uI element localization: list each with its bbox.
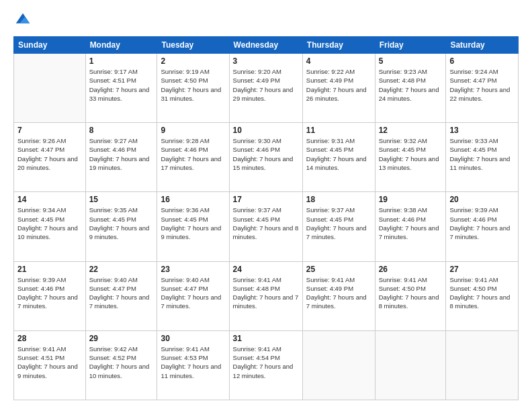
calendar-cell: 13Sunrise: 9:33 AMSunset: 4:45 PMDayligh… [446, 123, 519, 192]
calendar-cell: 26Sunrise: 9:41 AMSunset: 4:50 PMDayligh… [375, 261, 446, 330]
cell-date: 18 [306, 195, 371, 204]
cell-info: Sunrise: 9:39 AMSunset: 4:46 PMDaylight:… [17, 275, 82, 311]
day-header-friday: Friday [375, 37, 446, 54]
page: SundayMondayTuesdayWednesdayThursdayFrid… [0, 0, 532, 411]
cell-info: Sunrise: 9:41 AMSunset: 4:51 PMDaylight:… [17, 345, 82, 380]
cell-info: Sunrise: 9:35 AMSunset: 4:45 PMDaylight:… [89, 205, 154, 241]
cell-info: Sunrise: 9:41 AMSunset: 4:48 PMDaylight:… [233, 275, 299, 311]
cell-date: 23 [161, 265, 225, 274]
calendar-week-row: 21Sunrise: 9:39 AMSunset: 4:46 PMDayligh… [14, 261, 519, 330]
cell-info: Sunrise: 9:31 AMSunset: 4:45 PMDaylight:… [306, 136, 371, 172]
cell-date: 20 [449, 195, 515, 204]
cell-info: Sunrise: 9:41 AMSunset: 4:49 PMDaylight:… [306, 275, 371, 311]
cell-date: 26 [379, 265, 443, 274]
calendar-cell: 23Sunrise: 9:40 AMSunset: 4:47 PMDayligh… [157, 261, 229, 330]
cell-info: Sunrise: 9:39 AMSunset: 4:46 PMDaylight:… [449, 205, 515, 241]
cell-info: Sunrise: 9:40 AMSunset: 4:47 PMDaylight:… [161, 275, 225, 311]
cell-date: 9 [161, 126, 225, 135]
cell-date: 16 [161, 195, 225, 204]
calendar-cell: 1Sunrise: 9:17 AMSunset: 4:51 PMDaylight… [85, 54, 157, 123]
cell-date: 22 [89, 265, 154, 274]
calendar-cell: 3Sunrise: 9:20 AMSunset: 4:49 PMDaylight… [229, 54, 302, 123]
day-header-saturday: Saturday [446, 37, 519, 54]
calendar-cell: 29Sunrise: 9:42 AMSunset: 4:52 PMDayligh… [85, 330, 157, 400]
cell-date: 12 [379, 126, 443, 135]
calendar-cell: 18Sunrise: 9:37 AMSunset: 4:45 PMDayligh… [302, 192, 375, 261]
calendar-cell: 4Sunrise: 9:22 AMSunset: 4:49 PMDaylight… [302, 54, 375, 123]
cell-info: Sunrise: 9:42 AMSunset: 4:52 PMDaylight:… [89, 345, 154, 380]
cell-info: Sunrise: 9:27 AMSunset: 4:46 PMDaylight:… [89, 136, 154, 172]
calendar-cell [375, 330, 446, 400]
cell-date: 17 [233, 195, 299, 204]
calendar-cell [302, 330, 375, 400]
cell-date: 8 [89, 126, 154, 135]
calendar-cell: 8Sunrise: 9:27 AMSunset: 4:46 PMDaylight… [85, 123, 157, 192]
cell-info: Sunrise: 9:41 AMSunset: 4:50 PMDaylight:… [449, 275, 515, 311]
cell-info: Sunrise: 9:30 AMSunset: 4:46 PMDaylight:… [233, 136, 299, 172]
cell-date: 5 [379, 56, 443, 66]
cell-info: Sunrise: 9:17 AMSunset: 4:51 PMDaylight:… [89, 67, 154, 103]
cell-info: Sunrise: 9:20 AMSunset: 4:49 PMDaylight:… [233, 67, 299, 103]
cell-date: 21 [17, 265, 82, 274]
calendar-week-row: 1Sunrise: 9:17 AMSunset: 4:51 PMDaylight… [14, 54, 519, 123]
cell-info: Sunrise: 9:40 AMSunset: 4:47 PMDaylight:… [89, 275, 154, 311]
cell-date: 15 [89, 195, 154, 204]
calendar-cell: 22Sunrise: 9:40 AMSunset: 4:47 PMDayligh… [85, 261, 157, 330]
calendar-cell: 9Sunrise: 9:28 AMSunset: 4:46 PMDaylight… [157, 123, 229, 192]
day-header-sunday: Sunday [14, 37, 86, 54]
day-header-thursday: Thursday [302, 37, 375, 54]
cell-date: 2 [161, 56, 225, 66]
calendar-cell: 5Sunrise: 9:23 AMSunset: 4:48 PMDaylight… [375, 54, 446, 123]
calendar-cell [14, 54, 86, 123]
cell-info: Sunrise: 9:37 AMSunset: 4:45 PMDaylight:… [306, 205, 371, 241]
cell-info: Sunrise: 9:38 AMSunset: 4:46 PMDaylight:… [379, 205, 443, 241]
calendar-cell: 6Sunrise: 9:24 AMSunset: 4:47 PMDaylight… [446, 54, 519, 123]
cell-date: 3 [233, 56, 299, 66]
calendar-cell: 20Sunrise: 9:39 AMSunset: 4:46 PMDayligh… [446, 192, 519, 261]
cell-date: 31 [233, 334, 299, 343]
calendar-cell: 14Sunrise: 9:34 AMSunset: 4:45 PMDayligh… [14, 192, 86, 261]
calendar-cell: 15Sunrise: 9:35 AMSunset: 4:45 PMDayligh… [85, 192, 157, 261]
calendar-cell: 28Sunrise: 9:41 AMSunset: 4:51 PMDayligh… [14, 330, 86, 400]
cell-info: Sunrise: 9:22 AMSunset: 4:49 PMDaylight:… [306, 67, 371, 103]
cell-info: Sunrise: 9:37 AMSunset: 4:45 PMDaylight:… [233, 205, 299, 241]
calendar-header-row: SundayMondayTuesdayWednesdayThursdayFrid… [14, 37, 519, 54]
cell-info: Sunrise: 9:41 AMSunset: 4:53 PMDaylight:… [161, 345, 225, 380]
calendar-cell: 25Sunrise: 9:41 AMSunset: 4:49 PMDayligh… [302, 261, 375, 330]
cell-date: 28 [17, 334, 82, 343]
calendar-cell: 24Sunrise: 9:41 AMSunset: 4:48 PMDayligh… [229, 261, 302, 330]
cell-info: Sunrise: 9:28 AMSunset: 4:46 PMDaylight:… [161, 136, 225, 172]
cell-date: 25 [306, 265, 371, 274]
calendar-cell: 31Sunrise: 9:41 AMSunset: 4:54 PMDayligh… [229, 330, 302, 400]
cell-info: Sunrise: 9:24 AMSunset: 4:47 PMDaylight:… [449, 67, 515, 103]
calendar-cell: 2Sunrise: 9:19 AMSunset: 4:50 PMDaylight… [157, 54, 229, 123]
calendar-cell [446, 330, 519, 400]
calendar-cell: 7Sunrise: 9:26 AMSunset: 4:47 PMDaylight… [14, 123, 86, 192]
cell-date: 6 [449, 56, 515, 66]
calendar-cell: 10Sunrise: 9:30 AMSunset: 4:46 PMDayligh… [229, 123, 302, 192]
cell-info: Sunrise: 9:26 AMSunset: 4:47 PMDaylight:… [17, 136, 82, 172]
cell-date: 10 [233, 126, 299, 135]
day-header-tuesday: Tuesday [157, 37, 229, 54]
header [13, 11, 519, 30]
cell-date: 30 [161, 334, 225, 343]
calendar-cell: 16Sunrise: 9:36 AMSunset: 4:45 PMDayligh… [157, 192, 229, 261]
calendar-cell: 21Sunrise: 9:39 AMSunset: 4:46 PMDayligh… [14, 261, 86, 330]
cell-date: 7 [17, 126, 82, 135]
logo-icon [13, 11, 32, 30]
cell-date: 13 [449, 126, 515, 135]
cell-info: Sunrise: 9:32 AMSunset: 4:45 PMDaylight:… [379, 136, 443, 172]
cell-info: Sunrise: 9:23 AMSunset: 4:48 PMDaylight:… [379, 67, 443, 103]
cell-date: 19 [379, 195, 443, 204]
cell-info: Sunrise: 9:41 AMSunset: 4:50 PMDaylight:… [379, 275, 443, 311]
calendar-cell: 11Sunrise: 9:31 AMSunset: 4:45 PMDayligh… [302, 123, 375, 192]
logo [13, 11, 35, 30]
calendar-week-row: 14Sunrise: 9:34 AMSunset: 4:45 PMDayligh… [14, 192, 519, 261]
calendar-table: SundayMondayTuesdayWednesdayThursdayFrid… [13, 36, 519, 400]
cell-date: 29 [89, 334, 154, 343]
calendar-cell: 17Sunrise: 9:37 AMSunset: 4:45 PMDayligh… [229, 192, 302, 261]
cell-date: 1 [89, 56, 154, 66]
cell-info: Sunrise: 9:36 AMSunset: 4:45 PMDaylight:… [161, 205, 225, 241]
cell-info: Sunrise: 9:34 AMSunset: 4:45 PMDaylight:… [17, 205, 82, 241]
cell-date: 14 [17, 195, 82, 204]
